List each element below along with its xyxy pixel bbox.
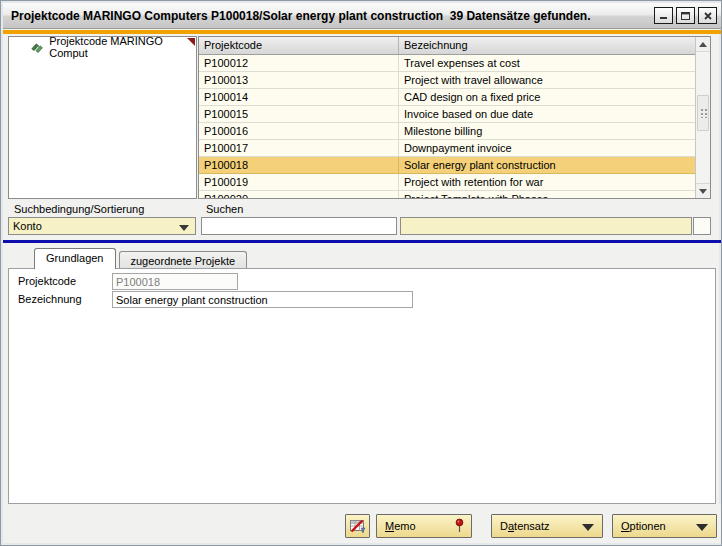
- cell-bezeichnung: CAD design on a fixed price: [399, 89, 695, 105]
- sort-condition-value: Konto: [13, 220, 42, 232]
- vertical-scrollbar[interactable]: [695, 37, 710, 198]
- cell-bezeichnung: Travel expenses at cost: [399, 55, 695, 71]
- dropdown-arrow-icon: [696, 524, 708, 531]
- memo-button-label: Memo: [377, 520, 416, 532]
- maximize-button[interactable]: [676, 7, 695, 24]
- cell-bezeichnung: Project with travel allowance: [399, 72, 695, 88]
- table-row[interactable]: P100015 Invoice based on due date: [199, 106, 695, 123]
- optionen-button-label: Optionen: [613, 520, 666, 532]
- table-row[interactable]: P100014 CAD design on a fixed price: [199, 89, 695, 106]
- cell-projektcode: P100016: [199, 123, 399, 139]
- scroll-down-icon: [699, 189, 707, 194]
- table-row-selected[interactable]: P100018 Solar energy plant construction: [199, 157, 695, 174]
- table-row[interactable]: P100013 Project with travel allowance: [199, 72, 695, 89]
- table-row[interactable]: P100020 Project Template with Phases: [199, 191, 695, 199]
- search-input[interactable]: [201, 217, 397, 235]
- cell-bezeichnung: Project with retention for war: [399, 174, 695, 190]
- scrollbar-grip-icon: [700, 108, 707, 118]
- table-row[interactable]: P100017 Downpayment invoice: [199, 140, 695, 157]
- table-row[interactable]: P100012 Travel expenses at cost: [199, 55, 695, 72]
- tab-grundlagen[interactable]: Grundlagen: [34, 248, 116, 269]
- datensatz-button-label: Datensatz: [492, 520, 550, 532]
- red-pushpin-icon: [454, 518, 465, 535]
- query-browser-item-label: Projektcode MARINGO Comput: [49, 35, 196, 59]
- dropdown-arrow-icon: [179, 225, 189, 231]
- query-browser-item[interactable]: Projektcode MARINGO Comput: [9, 37, 196, 56]
- table-row[interactable]: P100016 Milestone billing: [199, 123, 695, 140]
- red-corner-triangle-icon: [187, 38, 195, 46]
- optionen-button[interactable]: Optionen: [612, 514, 717, 538]
- scroll-up-button[interactable]: [696, 37, 710, 52]
- projektcode-label: Projektcode: [18, 275, 76, 287]
- cell-projektcode: P100013: [199, 72, 399, 88]
- cell-bezeichnung: Milestone billing: [399, 123, 695, 139]
- cell-projektcode: P100020: [199, 191, 399, 199]
- cell-bezeichnung: Invoice based on due date: [399, 106, 695, 122]
- section-separator: [3, 240, 721, 243]
- find-icon: [30, 40, 44, 54]
- tab-content-panel: Projektcode Bezeichnung: [8, 268, 716, 504]
- bezeichnung-label: Bezeichnung: [18, 293, 82, 305]
- tab-zugeordnete-projekte[interactable]: zugeordnete Projekte: [119, 251, 248, 269]
- projektcode-field: [112, 273, 238, 290]
- cell-projektcode: P100019: [199, 174, 399, 190]
- search-aux-box[interactable]: [693, 217, 711, 235]
- cell-bezeichnung: Downpayment invoice: [399, 140, 695, 156]
- clear-filter-button[interactable]: [345, 514, 370, 538]
- query-browser-panel: Projektcode MARINGO Comput: [8, 36, 197, 199]
- accent-bar: [3, 30, 721, 34]
- table-row[interactable]: P100019 Project with retention for war: [199, 174, 695, 191]
- column-header-bezeichnung[interactable]: Bezeichnung: [399, 37, 710, 54]
- window-title: Projektcode MARINGO Computers P100018/So…: [3, 9, 590, 23]
- search-label: Suchen: [206, 203, 243, 215]
- tab-strip: Grundlagen zugeordnete Projekte: [34, 248, 247, 269]
- search-filter-input[interactable]: [400, 217, 692, 235]
- bezeichnung-field[interactable]: [112, 291, 413, 308]
- cell-projektcode: P100012: [199, 55, 399, 71]
- window-minimize-icon: [659, 11, 669, 20]
- close-button[interactable]: [698, 7, 717, 24]
- cell-projektcode: P100014: [199, 89, 399, 105]
- footer-bar: Memo Datensatz Optionen: [3, 505, 721, 543]
- search-condition-label: Suchbedingung/Sortierung: [14, 203, 144, 215]
- scrollbar-thumb[interactable]: [697, 95, 709, 131]
- datensatz-button[interactable]: Datensatz: [491, 514, 603, 538]
- minimize-button[interactable]: [654, 7, 673, 24]
- app-window: Projektcode MARINGO Computers P100018/So…: [0, 0, 722, 546]
- table-body: P100012 Travel expenses at cost P100013 …: [199, 55, 695, 199]
- results-table: Projektcode Bezeichnung P100012 Travel e…: [198, 36, 711, 199]
- cell-bezeichnung: Solar energy plant construction: [399, 157, 695, 173]
- scroll-up-icon: [699, 42, 707, 47]
- memo-button[interactable]: Memo: [376, 514, 472, 538]
- table-header: Projektcode Bezeichnung: [199, 37, 710, 55]
- cell-projektcode: P100017: [199, 140, 399, 156]
- title-bar[interactable]: Projektcode MARINGO Computers P100018/So…: [3, 3, 721, 29]
- scroll-down-button[interactable]: [696, 183, 710, 198]
- table-red-slash-icon: [349, 518, 367, 534]
- column-header-projektcode[interactable]: Projektcode: [199, 37, 399, 54]
- cell-projektcode: P100018: [199, 157, 399, 173]
- dropdown-arrow-icon: [582, 524, 594, 531]
- sort-condition-combobox[interactable]: Konto: [8, 217, 196, 235]
- cell-bezeichnung: Project Template with Phases: [399, 191, 695, 199]
- window-maximize-icon: [680, 11, 691, 21]
- window-close-icon: [703, 11, 713, 21]
- cell-projektcode: P100015: [199, 106, 399, 122]
